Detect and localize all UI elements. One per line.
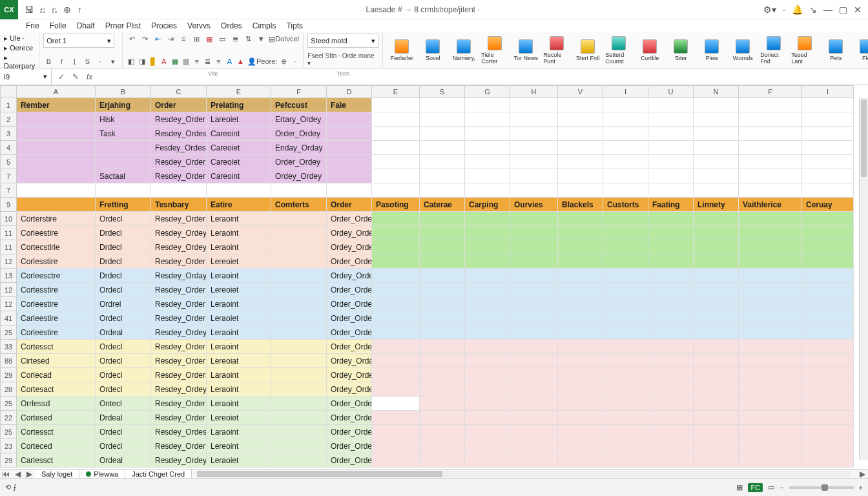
window-button[interactable]: ↘ [809,5,817,15]
cell[interactable]: Resdey_Orders [151,368,207,382]
cell[interactable]: Fretting [96,198,151,212]
column-header[interactable]: E [372,85,420,98]
cell[interactable]: Lereoint [207,439,271,453]
view-break-icon[interactable]: ▭ [768,483,774,491]
cell[interactable] [739,354,802,368]
cell[interactable]: Order [151,98,207,112]
ribbon-big-button[interactable]: Teeed Lant [791,34,818,67]
cell[interactable] [372,269,420,283]
cell[interactable] [558,326,603,340]
cell[interactable] [372,169,420,183]
cell[interactable]: Leraoint [207,269,271,283]
cell[interactable] [558,354,603,368]
cell[interactable] [739,411,802,425]
cell[interactable] [465,127,510,141]
cell[interactable]: Ordecl [96,439,151,453]
row-header[interactable]: 25 [0,425,17,439]
cell[interactable] [694,269,739,283]
cell[interactable] [372,425,420,439]
align-btn[interactable]: ≡ [214,56,223,67]
cell[interactable] [465,382,510,397]
cell[interactable] [17,141,96,155]
row-header[interactable]: 12 [0,283,17,297]
cell[interactable] [96,141,151,155]
cell[interactable]: Ordeal [96,453,151,468]
cell[interactable] [558,269,603,283]
cell[interactable] [465,425,510,439]
cell[interactable] [372,226,420,240]
cell[interactable]: Leraoint [207,240,271,254]
cell[interactable]: Careoiet [207,155,271,169]
cell[interactable] [372,397,420,411]
cell[interactable] [558,155,603,169]
cell[interactable] [420,212,465,226]
cell[interactable] [558,397,603,411]
ribbon-big-button[interactable]: Flel [853,34,868,67]
cell[interactable] [648,297,694,311]
cell[interactable] [603,425,648,439]
column-header[interactable]: F [739,85,802,98]
cell[interactable]: Lereoiat [207,354,271,368]
cell[interactable] [558,382,603,397]
cell[interactable]: Resdey_Orday [151,269,207,283]
cell[interactable] [420,226,465,240]
cell[interactable] [271,183,327,198]
cell[interactable] [603,439,648,453]
cell[interactable] [802,112,854,127]
menu-item[interactable]: Ordes [221,21,242,30]
cell[interactable] [648,382,694,397]
peore-btn[interactable]: 👤 Peore: [247,56,277,67]
cell[interactable] [271,226,327,240]
cell[interactable] [694,425,739,439]
cell[interactable]: Corleesctre [17,269,96,283]
datvcel-btn[interactable]: ▤ Dotvcel [269,34,299,44]
cell[interactable] [802,425,854,439]
cell[interactable]: Ordecl [96,382,151,397]
cell[interactable] [510,340,558,354]
cell[interactable] [420,326,465,340]
menu-item[interactable]: Tipts [286,21,303,30]
cell[interactable] [510,183,558,198]
cell[interactable] [17,183,96,198]
qat-button[interactable]: 🖫 [25,5,34,15]
ribbon-big-button[interactable]: Siter [667,34,694,67]
cell[interactable]: Ordey_Ordey [271,169,327,183]
cell[interactable] [648,439,694,453]
cell[interactable] [510,354,558,368]
cell[interactable] [465,169,510,183]
cell[interactable] [372,112,420,127]
cell[interactable] [603,183,648,198]
color-btn[interactable]: ◧ [127,56,135,67]
cell[interactable] [271,382,327,397]
cell[interactable] [372,453,420,468]
cell[interactable] [271,212,327,226]
indent-btn[interactable]: ⇥ [165,34,176,44]
cell[interactable] [694,368,739,382]
cell[interactable]: Lereoiet [207,254,271,269]
tab-nav-next[interactable]: ▶ [23,470,35,479]
cell[interactable]: Resdey_Order [151,169,207,183]
hscroll-right[interactable]: ▶ [856,470,868,479]
cell[interactable]: Task [96,127,151,141]
ribbon-big-button[interactable]: Cortlile [636,34,663,67]
cell[interactable] [739,311,802,326]
row-header[interactable]: 28 [0,382,17,397]
cell[interactable]: Ourvies [510,198,558,212]
cell[interactable] [802,453,854,468]
cell[interactable] [420,453,465,468]
cell[interactable] [510,226,558,240]
cell[interactable]: Cortecstlrie [17,240,96,254]
cell-btn[interactable]: ▦ [170,56,179,67]
fbar-cancel-icon[interactable]: ✓ [58,72,65,81]
cell[interactable] [420,297,465,311]
cell[interactable]: Ordey_Ordey [327,269,372,283]
cell[interactable] [739,254,802,269]
cell[interactable]: Careoint [207,169,271,183]
cell[interactable]: Eatire [207,198,271,212]
cell[interactable]: Custorts [603,198,648,212]
cell[interactable] [465,269,510,283]
font-more[interactable]: ▾ [108,56,118,67]
fill-btn[interactable]: ▦ [204,34,214,44]
cell[interactable]: Lareoiet [207,112,271,127]
align-btn[interactable]: ↶ [127,34,137,44]
